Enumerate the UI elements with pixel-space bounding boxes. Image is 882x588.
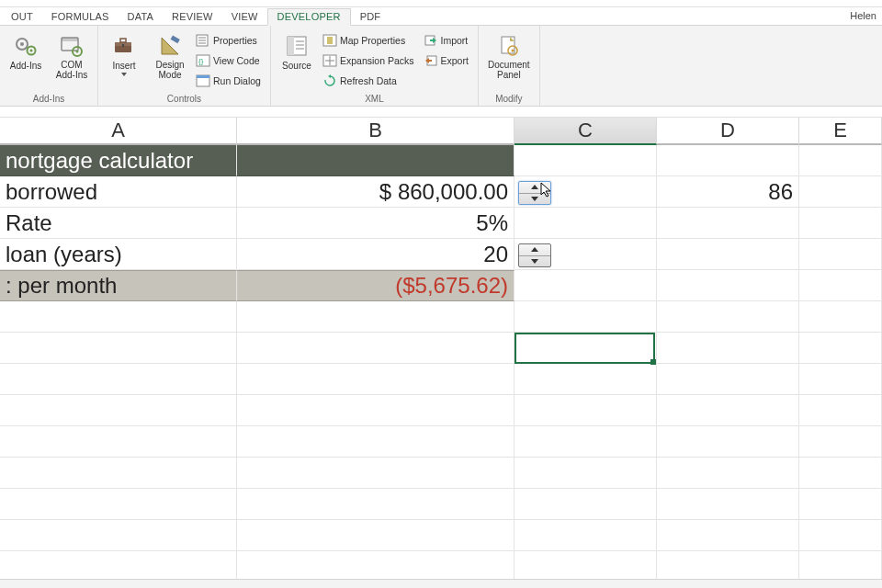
addins-button[interactable]: Add-Ins — [6, 29, 46, 71]
cell-b2[interactable]: $ 860,000.00 — [237, 176, 514, 208]
cell-c14[interactable] — [514, 551, 657, 582]
cell-c10[interactable] — [514, 426, 657, 458]
tab-developer[interactable]: Developer — [267, 8, 351, 26]
cell-c3[interactable] — [514, 208, 657, 239]
cell-d5[interactable] — [657, 270, 799, 301]
cell-c1[interactable] — [514, 145, 657, 176]
com-addins-button[interactable]: COM Add-Ins — [51, 29, 92, 80]
col-header-e[interactable]: E — [799, 118, 882, 145]
expansion-packs-button[interactable]: Expansion Packs — [322, 51, 418, 70]
cell-b14[interactable] — [237, 551, 514, 582]
tab-data[interactable]: Data — [119, 8, 164, 25]
tab-formulas[interactable]: Formulas — [42, 8, 119, 25]
cell-d10[interactable] — [657, 426, 799, 458]
insert-button[interactable]: Insert — [104, 29, 144, 76]
cell-a13[interactable] — [0, 520, 237, 551]
cell-e2[interactable] — [799, 176, 882, 208]
cell-e11[interactable] — [799, 458, 882, 489]
cell-a8[interactable] — [0, 364, 237, 395]
cell-e1[interactable] — [799, 145, 882, 176]
cell-a10[interactable] — [0, 426, 237, 458]
cell-e9[interactable] — [799, 395, 882, 426]
cell-c9[interactable] — [514, 395, 657, 426]
spin-up[interactable] — [519, 244, 550, 256]
document-panel-button[interactable]: Document Panel — [484, 29, 534, 80]
cell-b12[interactable] — [237, 489, 514, 520]
cell-a7[interactable] — [0, 333, 237, 364]
cell-c4[interactable] — [514, 239, 657, 270]
formula-bar[interactable] — [0, 107, 882, 118]
cell-a5[interactable]: : per month — [0, 270, 237, 301]
cell-d14[interactable] — [657, 551, 799, 582]
cell-e6[interactable] — [799, 301, 882, 333]
cell-e3[interactable] — [799, 208, 882, 239]
tab-review[interactable]: Review — [163, 8, 222, 25]
cell-d9[interactable] — [657, 395, 799, 426]
cell-d3[interactable] — [657, 208, 799, 239]
cell-d12[interactable] — [657, 489, 799, 520]
cell-e4[interactable] — [799, 239, 882, 270]
map-properties-button[interactable]: Map Properties — [322, 31, 418, 50]
col-header-a[interactable]: A — [0, 118, 237, 145]
cell-e8[interactable] — [799, 364, 882, 395]
cell-d2[interactable]: 86 — [657, 176, 799, 208]
cell-d11[interactable] — [657, 458, 799, 489]
cell-a11[interactable] — [0, 458, 237, 489]
cell-a14[interactable] — [0, 551, 237, 582]
design-mode-button[interactable]: Design Mode — [150, 29, 190, 80]
cell-b9[interactable] — [237, 395, 514, 426]
cell-b6[interactable] — [237, 301, 514, 333]
cell-a4[interactable]: loan (years) — [0, 239, 237, 270]
cell-b7[interactable] — [237, 333, 514, 364]
tab-layout-partial[interactable]: OUT — [2, 8, 42, 25]
tab-view[interactable]: View — [222, 8, 267, 25]
cell-b4[interactable]: 20 — [237, 239, 514, 270]
cell-a1[interactable]: nortgage calculator — [0, 145, 237, 176]
cell-d7[interactable] — [657, 333, 799, 364]
cell-a3[interactable]: Rate — [0, 208, 237, 239]
tab-pdf[interactable]: PDF — [351, 8, 390, 25]
spin-down[interactable] — [519, 256, 550, 267]
cell-e14[interactable] — [799, 551, 882, 582]
spin-up[interactable] — [519, 182, 550, 194]
cell-a6[interactable] — [0, 301, 237, 333]
cell-a9[interactable] — [0, 395, 237, 426]
cell-b3[interactable]: 5% — [237, 208, 514, 239]
cell-d4[interactable] — [657, 239, 799, 270]
spin-down[interactable] — [519, 194, 550, 205]
view-code-button[interactable]: {} View Code — [196, 51, 265, 70]
cell-b11[interactable] — [237, 458, 514, 489]
cell-a12[interactable] — [0, 489, 237, 520]
cell-b10[interactable] — [237, 426, 514, 458]
cell-b5[interactable]: ($5,675.62) — [237, 270, 514, 301]
cell-e12[interactable] — [799, 489, 882, 520]
cell-b13[interactable] — [237, 520, 514, 551]
spin-button-years[interactable] — [518, 243, 551, 267]
cell-d13[interactable] — [657, 520, 799, 551]
cell-e7[interactable] — [799, 333, 882, 364]
cell-a2[interactable]: borrowed — [0, 176, 237, 208]
refresh-data-button[interactable]: Refresh Data — [322, 72, 418, 90]
cell-b1[interactable] — [237, 145, 514, 176]
col-header-d[interactable]: D — [657, 118, 799, 145]
properties-button[interactable]: Properties — [196, 31, 265, 50]
cell-d8[interactable] — [657, 364, 799, 395]
cell-e13[interactable] — [799, 520, 882, 551]
cell-d1[interactable] — [657, 145, 799, 176]
cell-c11[interactable] — [514, 458, 657, 489]
col-header-c[interactable]: C — [514, 118, 657, 145]
cell-c6[interactable] — [514, 301, 657, 333]
run-dialog-button[interactable]: Run Dialog — [196, 72, 265, 90]
export-button[interactable]: Export — [424, 51, 472, 70]
cell-c2[interactable] — [514, 176, 657, 208]
sheet-tab-bar[interactable] — [0, 579, 882, 588]
cell-c12[interactable] — [514, 489, 657, 520]
cell-d6[interactable] — [657, 301, 799, 333]
cell-c7[interactable] — [514, 333, 657, 364]
source-button[interactable]: Source — [277, 29, 317, 71]
cell-c8[interactable] — [514, 364, 657, 395]
cell-e10[interactable] — [799, 426, 882, 458]
col-header-b[interactable]: B — [237, 118, 514, 145]
cell-c13[interactable] — [514, 520, 657, 551]
cell-e5[interactable] — [799, 270, 882, 301]
